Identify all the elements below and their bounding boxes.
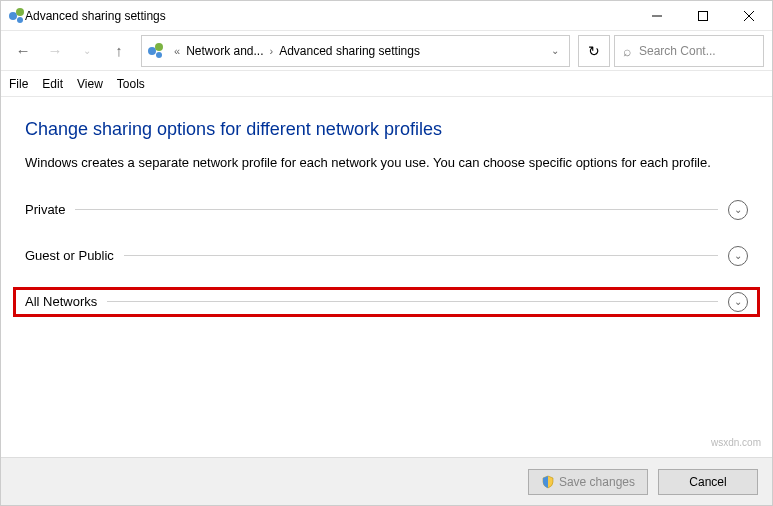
chevron-down-icon[interactable]: ⌄ [728,292,748,312]
chevron-right-icon[interactable]: « [174,45,180,57]
titlebar: Advanced sharing settings [1,1,772,31]
recent-dropdown-icon[interactable]: ⌄ [73,37,101,65]
divider-line [124,255,718,256]
forward-button[interactable]: → [41,37,69,65]
minimize-button[interactable] [634,1,680,30]
breadcrumb-part-1[interactable]: Advanced sharing settings [279,44,420,58]
control-panel-icon [9,8,25,24]
close-button[interactable] [726,1,772,30]
search-placeholder: Search Cont... [639,44,755,58]
address-dropdown-icon[interactable]: ⌄ [547,45,563,56]
up-button[interactable]: ↑ [105,37,133,65]
chevron-right-icon[interactable]: › [270,45,274,57]
section-private[interactable]: Private ⌄ [25,195,748,225]
svg-rect-1 [699,11,708,20]
navbar: ← → ⌄ ↑ « Network and... › Advanced shar… [1,31,772,71]
divider-line [107,301,718,302]
window-title: Advanced sharing settings [25,9,634,23]
page-description: Windows creates a separate network profi… [25,154,748,173]
save-changes-label: Save changes [559,475,635,489]
address-bar[interactable]: « Network and... › Advanced sharing sett… [141,35,570,67]
menu-tools[interactable]: Tools [117,77,145,91]
shield-icon [541,475,555,489]
footer: Save changes Cancel [1,457,772,505]
chevron-down-icon[interactable]: ⌄ [728,246,748,266]
chevron-down-icon[interactable]: ⌄ [728,200,748,220]
cancel-button[interactable]: Cancel [658,469,758,495]
refresh-button[interactable]: ↻ [578,35,610,67]
divider-line [75,209,718,210]
search-icon: ⌕ [623,43,631,59]
section-guest-public[interactable]: Guest or Public ⌄ [25,241,748,271]
menu-file[interactable]: File [9,77,28,91]
content-area: Change sharing options for different net… [1,97,772,457]
menu-edit[interactable]: Edit [42,77,63,91]
section-label: Private [25,202,65,217]
section-all-networks[interactable]: All Networks ⌄ [13,287,760,317]
watermark: wsxdn.com [711,437,761,448]
menubar: File Edit View Tools [1,71,772,97]
breadcrumb-part-0[interactable]: Network and... [186,44,263,58]
search-input[interactable]: ⌕ Search Cont... [614,35,764,67]
section-label: All Networks [25,294,97,309]
page-heading: Change sharing options for different net… [25,119,748,140]
menu-view[interactable]: View [77,77,103,91]
cancel-label: Cancel [689,475,726,489]
back-button[interactable]: ← [9,37,37,65]
save-changes-button[interactable]: Save changes [528,469,648,495]
maximize-button[interactable] [680,1,726,30]
section-label: Guest or Public [25,248,114,263]
window-controls [634,1,772,30]
address-icon [148,43,164,59]
